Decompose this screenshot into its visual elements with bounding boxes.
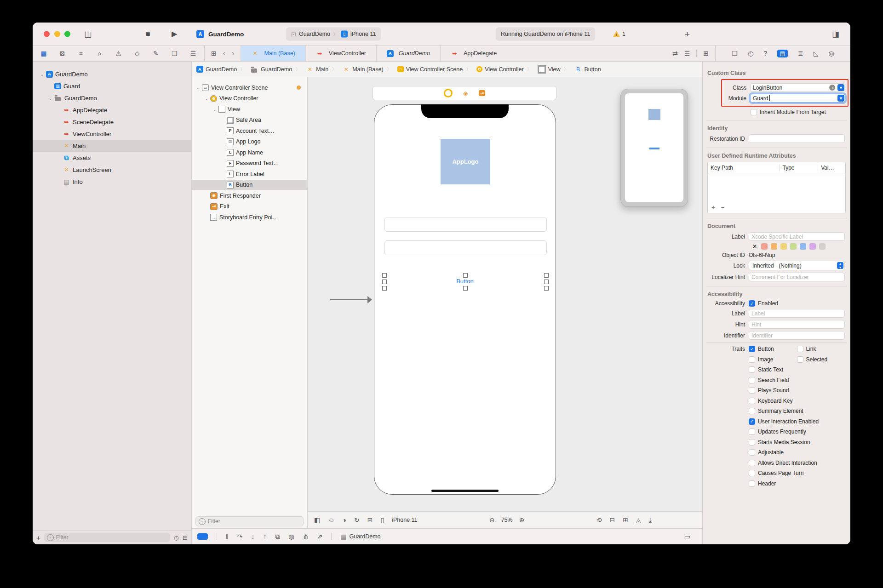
close-window-button[interactable] (44, 31, 50, 37)
debug-console-toggle-icon[interactable]: ▭ (684, 533, 690, 540)
exit-dock-icon[interactable] (479, 90, 485, 96)
connections-inspector-icon[interactable]: ◎ (828, 50, 834, 57)
zoom-in-icon[interactable]: ⊕ (519, 516, 525, 524)
report-navigator-icon[interactable]: ☰ (189, 50, 198, 57)
outline-row[interactable]: ⌄ Exit (192, 201, 307, 212)
scm-status-filter-icon[interactable]: ⊟ (183, 534, 188, 541)
lock-dropdown[interactable]: Inherited - (Nothing) ▲▼ (749, 261, 845, 270)
outline-row[interactable]: ⌄ App Name (192, 147, 307, 158)
account-textfield[interactable] (384, 217, 547, 232)
disclosure-chevron-icon[interactable]: ⌄ (47, 96, 53, 101)
breadcrumb-segment[interactable]: View Controller (463, 66, 524, 73)
simulate-location-icon[interactable]: ⇗ (317, 533, 322, 541)
memory-graph-icon[interactable]: ◍ (289, 533, 294, 541)
outline-row[interactable]: ⌄ Password Text… (192, 158, 307, 169)
step-over-icon[interactable]: ↷ (237, 533, 243, 541)
breadcrumb-segment[interactable]: GuardDemo (196, 66, 237, 73)
outline-row[interactable]: ⌄ View Controller (192, 93, 307, 104)
color-swatch[interactable] (809, 243, 816, 250)
update-frames-icon[interactable]: ⟲ (596, 516, 602, 524)
view-controller-dock-icon[interactable] (444, 89, 453, 97)
back-icon[interactable]: ‹ (223, 49, 225, 57)
editor-tab[interactable]: ViewController (305, 46, 376, 61)
device-label[interactable]: iPhone 11 (392, 517, 417, 523)
project-tree-row[interactable]: ⌄ LaunchScreen (33, 164, 191, 176)
document-label-field[interactable] (749, 232, 845, 241)
breakpoints-toggle[interactable] (197, 533, 208, 540)
forward-icon[interactable]: › (232, 49, 234, 57)
first-responder-dock-icon[interactable] (462, 90, 470, 97)
project-tree-row[interactable]: ⌄ Main (33, 140, 191, 152)
trait-checkbox[interactable] (749, 398, 755, 404)
zoom-out-icon[interactable]: ⊖ (489, 516, 495, 524)
align-icon[interactable]: ⊟ (610, 516, 615, 524)
environment-overrides-icon[interactable]: ⋔ (303, 533, 309, 541)
step-into-icon[interactable]: ↓ (252, 533, 255, 541)
outline-row[interactable]: ⌄ View Controller Scene (192, 82, 307, 93)
project-tree-row[interactable]: ⌄ Assets (33, 152, 191, 164)
accessibility-enabled-checkbox[interactable] (749, 300, 755, 307)
module-field[interactable] (750, 94, 845, 103)
accessibility-identifier-field[interactable] (749, 331, 845, 340)
color-swatch[interactable] (780, 243, 787, 250)
inherit-module-checkbox[interactable] (751, 109, 757, 115)
navigator-filter-field[interactable]: ≡ Filter (44, 533, 170, 542)
warning-badge[interactable]: ! 1 (613, 31, 625, 37)
color-swatch[interactable] (800, 243, 806, 250)
editor-tab[interactable]: AppDelegate (440, 46, 507, 61)
module-dropdown-icon[interactable]: ▼ (837, 95, 844, 102)
breakpoint-navigator-icon[interactable]: ❑ (170, 50, 179, 57)
add-editor-icon[interactable]: ⊞ (703, 50, 709, 57)
debug-target[interactable]: ▦ GuardDemo (340, 533, 380, 540)
breadcrumb-segment[interactable]: Main (Base) (328, 66, 383, 73)
history-inspector-icon[interactable]: ◷ (748, 50, 753, 57)
disclosure-chevron-icon[interactable]: ⌄ (212, 107, 218, 112)
selection-handle[interactable] (463, 286, 468, 291)
iphone-canvas-frame[interactable]: AppLogo Button (374, 104, 556, 495)
outline-row[interactable]: ⌄ Account Text… (192, 126, 307, 137)
identity-inspector-icon[interactable]: ▤ (777, 50, 788, 57)
minimize-window-button[interactable] (54, 31, 60, 37)
clear-color-button[interactable]: ✕ (752, 243, 757, 250)
accessibility-hint-field[interactable] (749, 320, 845, 329)
add-file-button[interactable]: + (36, 534, 40, 542)
recent-files-filter-icon[interactable]: ◷ (174, 534, 179, 541)
breadcrumb-segment[interactable]: View (524, 65, 561, 74)
trait-checkbox[interactable] (749, 366, 755, 373)
trait-checkbox[interactable] (749, 480, 755, 487)
add-constraints-icon[interactable]: ⊞ (623, 516, 628, 524)
test-navigator-icon[interactable]: ◇ (132, 50, 142, 57)
outline-row[interactable]: ⌄ App Logo (192, 137, 307, 148)
outline-filter-field[interactable]: ≡ Filter (195, 516, 304, 526)
project-navigator-icon[interactable]: ▦ (39, 50, 48, 57)
view-hierarchy-icon[interactable]: ⧉ (275, 533, 280, 541)
trait-checkbox[interactable] (749, 428, 755, 435)
sidebar-toggle-icon[interactable]: ◫ (84, 29, 92, 39)
password-textfield[interactable] (384, 240, 547, 255)
trait-checkbox[interactable] (749, 470, 755, 476)
size-inspector-icon[interactable]: ◺ (814, 50, 819, 57)
selection-handle[interactable] (544, 286, 549, 291)
class-dropdown-icon[interactable]: ▼ (837, 84, 844, 91)
project-tree-row[interactable]: ⌄ Info (33, 176, 191, 188)
source-control-navigator-icon[interactable]: ⊠ (58, 50, 67, 57)
selection-handle[interactable] (544, 273, 549, 278)
disclosure-chevron-icon[interactable]: ⌄ (39, 72, 45, 77)
trait-checkbox[interactable] (749, 418, 755, 425)
project-tree-row[interactable]: ⌄ SceneDelegate (33, 116, 191, 128)
find-navigator-icon[interactable]: ⌕ (95, 50, 104, 57)
resolve-auto-layout-icon[interactable]: ◬ (636, 516, 641, 524)
trait-checkbox[interactable] (749, 346, 755, 352)
project-tree-row[interactable]: ⌄ ViewController (33, 128, 191, 140)
login-button[interactable]: Button (374, 278, 556, 285)
pause-icon[interactable]: ‖ (226, 533, 229, 541)
breadcrumb-segment[interactable]: GuardDemo (237, 66, 292, 73)
selection-handle[interactable] (382, 273, 387, 278)
trait-checkbox[interactable] (749, 439, 755, 445)
editor-options-icon[interactable]: ☰ (684, 50, 690, 57)
disclosure-chevron-icon[interactable]: ⌄ (195, 86, 201, 90)
editor-tab[interactable]: Main (Base) (241, 46, 305, 61)
canvas-area[interactable]: AppLogo Button (308, 77, 702, 511)
zoom-level[interactable]: 75% (501, 517, 513, 523)
file-inspector-icon[interactable]: ❏ (732, 50, 738, 57)
